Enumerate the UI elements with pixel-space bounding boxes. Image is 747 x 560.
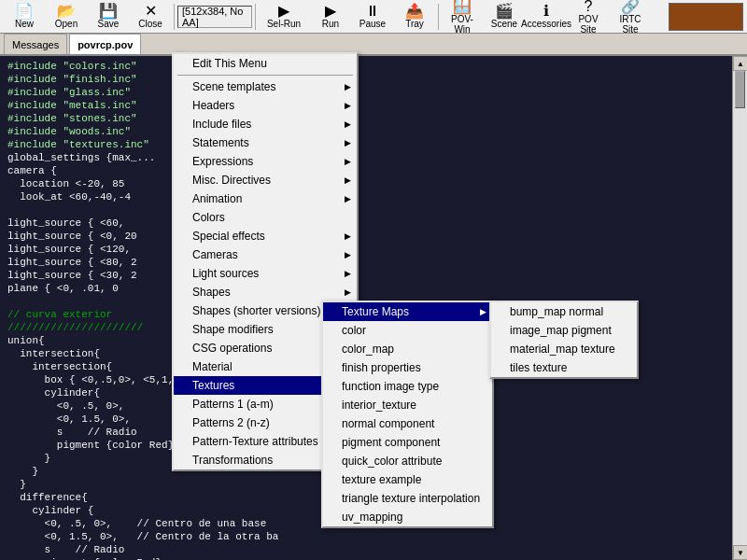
menu-item-animation[interactable]: Animation ▶: [174, 189, 357, 208]
menu-item-special-effects[interactable]: Special effects ▶: [174, 227, 357, 245]
code-line-38: pigment {color Red}: [7, 556, 728, 560]
menu-item-shapes[interactable]: Shapes ▶: [174, 283, 357, 301]
expressions-arrow: ▶: [345, 157, 351, 166]
code-line-14: light_source { <120,: [7, 243, 728, 256]
texmap-item-bumpmap[interactable]: bump_map normal: [491, 302, 637, 321]
finish-label: finish properties: [342, 361, 421, 374]
povwin-button[interactable]: 🪟 POV-Win: [442, 2, 483, 32]
menu-item-scene-templates[interactable]: Scene templates ▶: [174, 77, 357, 96]
povsite-label: POV Site: [571, 14, 606, 35]
code-line-7: global_settings {max_...: [7, 151, 728, 164]
submenu-item-function-image[interactable]: function image type: [323, 377, 492, 396]
materialmap-label: material_map texture: [510, 343, 615, 356]
menu-item-edit-this-menu[interactable]: Edit This Menu: [174, 54, 357, 73]
texmap-item-imagemap[interactable]: image_map pigment: [491, 321, 637, 340]
scroll-up-button[interactable]: ▲: [733, 56, 747, 71]
scroll-thumb[interactable]: [735, 71, 745, 108]
imagemap-label: image_map pigment: [510, 324, 612, 337]
submenu-item-finish[interactable]: finish properties: [323, 358, 492, 377]
submenu-item-interior-texture[interactable]: interior_texture: [323, 396, 492, 414]
run-button[interactable]: ▶ Run: [310, 2, 351, 32]
code-line-8: camera {: [7, 164, 728, 177]
submenu-item-quick-color[interactable]: quick_color attribute: [323, 452, 492, 470]
save-button[interactable]: 💾 Save: [88, 2, 129, 32]
color-map-label: color_map: [342, 343, 394, 356]
function-image-label: function image type: [342, 380, 439, 393]
quick-color-label: quick_color attribute: [342, 455, 442, 468]
toolbar-right: [652, 3, 743, 31]
statements-label: Statements: [192, 136, 249, 149]
submenu-item-color-map[interactable]: color_map: [323, 340, 492, 358]
pause-label: Pause: [359, 19, 386, 29]
irtcsite-label: IRTC Site: [613, 14, 648, 35]
code-line-11: [7, 203, 728, 217]
pause-icon: ⏸: [365, 4, 380, 19]
pause-button[interactable]: ⏸ Pause: [352, 2, 393, 32]
tab-povrcp-label: povrcp.pov: [78, 39, 133, 50]
accessories-button[interactable]: ℹ Accessories: [526, 2, 567, 32]
code-line-6: #include "textures.inc": [7, 138, 728, 151]
new-button[interactable]: 📄 New: [4, 2, 45, 32]
cameras-arrow: ▶: [345, 250, 351, 259]
menu-item-statements[interactable]: Statements ▶: [174, 133, 357, 152]
toolbar-sep-3: [438, 4, 439, 30]
triangle-label: triangle texture interpolation: [342, 492, 480, 505]
menu-item-misc-directives[interactable]: Misc. Directives ▶: [174, 171, 357, 189]
new-icon: 📄: [15, 4, 34, 19]
texmap-item-tiles[interactable]: tiles texture: [491, 358, 637, 377]
code-line-36: <0, 1.5, 0>, // Centro de la otra ba: [7, 530, 728, 543]
save-icon: 💾: [99, 4, 118, 19]
pattern-texture-label: Pattern-Texture attributes: [192, 435, 318, 448]
texture-maps-label: Texture Maps: [342, 305, 409, 318]
scene-button[interactable]: 🎬 Scene: [484, 2, 525, 32]
shape-modifiers-label: Shape modifiers: [192, 323, 274, 336]
tab-messages[interactable]: Messages: [4, 34, 67, 54]
tray-button[interactable]: 📤 Tray: [394, 2, 435, 32]
povsite-button[interactable]: ? POV Site: [568, 2, 609, 32]
menu-item-include-files[interactable]: Include files ▶: [174, 115, 357, 133]
texmap-item-materialmap[interactable]: material_map texture: [491, 340, 637, 358]
toolbar-sep-2: [255, 4, 256, 30]
irtcsite-button[interactable]: 🔗 IRTC Site: [610, 2, 651, 32]
selrun-button[interactable]: ▶ Sel-Run: [259, 2, 309, 32]
submenu-item-color[interactable]: color: [323, 321, 492, 340]
include-files-label: Include files: [192, 118, 251, 131]
transformations-label: Transformations: [192, 454, 273, 467]
expressions-label: Expressions: [192, 155, 253, 168]
submenu-item-texture-example[interactable]: texture example: [323, 470, 492, 489]
close-button[interactable]: ✕ Close: [130, 2, 171, 32]
scene-label: Scene: [491, 19, 517, 29]
menu-item-expressions[interactable]: Expressions ▶: [174, 152, 357, 171]
code-line-3: #include "metals.inc": [7, 99, 728, 112]
selrun-label: Sel-Run: [267, 19, 301, 29]
close-icon: ✕: [145, 4, 157, 19]
patterns1-label: Patterns 1 (a-m): [192, 398, 274, 411]
close-label: Close: [138, 19, 162, 29]
selrun-icon: ▶: [278, 4, 289, 19]
run-icon: ▶: [325, 4, 336, 19]
scene-templates-label: Scene templates: [192, 80, 275, 93]
povwin-icon: 🪟: [453, 0, 472, 14]
resolution-value: [512x384, No AA]: [182, 6, 247, 28]
statements-arrow: ▶: [345, 138, 351, 147]
special-effects-label: Special effects: [192, 230, 265, 243]
submenu-item-normal[interactable]: normal component: [323, 414, 492, 433]
misc-directives-label: Misc. Directives: [192, 174, 271, 187]
toolbar-sep-1: [174, 4, 175, 30]
texture-maps-arrow: ▶: [480, 307, 486, 316]
submenu-item-pigment[interactable]: pigment component: [323, 433, 492, 452]
menu-item-headers[interactable]: Headers ▶: [174, 96, 357, 115]
menu-item-cameras[interactable]: Cameras ▶: [174, 245, 357, 264]
scroll-track[interactable]: [733, 71, 747, 545]
open-button[interactable]: 📂 Open: [46, 2, 87, 32]
tab-povrcp[interactable]: povrcp.pov: [69, 34, 141, 54]
scene-icon: 🎬: [495, 4, 514, 19]
submenu-item-uv[interactable]: uv_mapping: [323, 508, 492, 526]
submenu-item-triangle[interactable]: triangle texture interpolation: [323, 489, 492, 508]
colors-label: Colors: [192, 211, 225, 224]
scroll-down-button[interactable]: ▼: [733, 545, 747, 560]
menu-item-light-sources[interactable]: Light sources ▶: [174, 264, 357, 283]
tray-label: Tray: [405, 19, 424, 29]
menu-item-colors[interactable]: Colors: [174, 208, 357, 227]
submenu-item-texture-maps[interactable]: Texture Maps ▶: [323, 302, 492, 321]
